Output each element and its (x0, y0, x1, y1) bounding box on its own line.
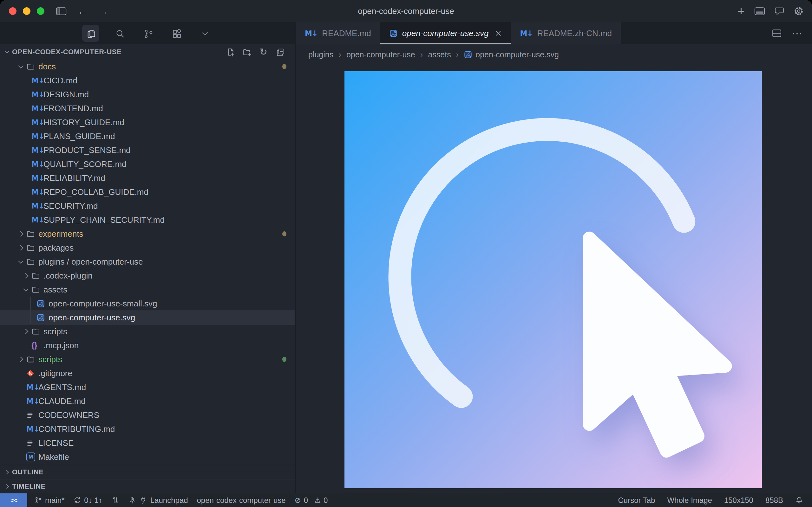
statusbar-launchpad-label: Launchpad (150, 496, 188, 505)
tree-file-makefile[interactable]: MMakefile (0, 450, 295, 464)
statusbar-project-name[interactable]: open-codex-computer-use (197, 496, 286, 505)
more-actions-icon[interactable]: ⋯ (792, 28, 803, 39)
statusbar-problems-warnings-label: 0 (323, 496, 328, 505)
breadcrumb-item-open-computer-use-svg[interactable]: open-computer-use.svg (464, 50, 559, 59)
forward-arrow-icon[interactable]: → (98, 5, 108, 17)
statusbar: ><main*0↓ 1↑Launchpadopen-codex-computer… (0, 493, 812, 507)
activity-extensions-icon[interactable] (168, 25, 185, 42)
chat-icon[interactable] (774, 7, 784, 15)
statusbar-file-size-label: 858B (765, 496, 783, 505)
toolbar-refresh-icon[interactable]: ↻ (259, 47, 267, 57)
tree-file-design-md[interactable]: M↓DESIGN.md (0, 88, 295, 101)
tree-file-security-md[interactable]: M↓SECURITY.md (0, 199, 295, 213)
activity-more-chevron-icon[interactable] (196, 25, 213, 42)
chevron-right-icon (18, 357, 23, 362)
back-arrow-icon[interactable]: ← (78, 5, 88, 17)
tree-file-mcp-json[interactable]: {}.mcp.json (0, 338, 295, 352)
statusbar-image-dimensions[interactable]: 150x150 (724, 496, 753, 505)
markdown-icon: M↓ (305, 29, 317, 38)
tree-folder-experiments[interactable]: experiments (0, 227, 295, 241)
breadcrumb-item-assets[interactable]: assets (428, 50, 451, 59)
tree-file-claude-md[interactable]: M↓CLAUDE.md (0, 394, 295, 408)
section-label: TIMELINE (12, 482, 46, 491)
markdown-icon: M↓ (32, 76, 43, 84)
statusbar-problems-warnings[interactable]: ⚠0 (314, 496, 328, 505)
tree-file-plans-guide-md[interactable]: M↓PLANS_GUIDE.md (0, 129, 295, 143)
image-preview-canvas (296, 65, 812, 493)
tree-file-reliability-md[interactable]: M↓RELIABILITY.md (0, 171, 295, 185)
tab-readme-zh-cn-md[interactable]: M↓README.zh-CN.md (511, 22, 621, 44)
gear-icon[interactable] (794, 6, 804, 16)
split-editor-icon[interactable] (772, 29, 781, 38)
tree-file-supply-chain-security-md[interactable]: M↓SUPPLY_CHAIN_SECURITY.md (0, 213, 295, 227)
tree-file-open-computer-use-small-svg[interactable]: open-computer-use-small.svg (0, 297, 295, 311)
bell-icon (795, 496, 803, 504)
close-icon[interactable] (495, 30, 502, 37)
activity-search-icon[interactable] (111, 25, 128, 42)
tree-folder-codex-plugin[interactable]: .codex-plugin (0, 269, 295, 283)
statusbar-problems-errors[interactable]: ⊘0 (295, 496, 308, 505)
tab-readme-md[interactable]: M↓README.md (296, 22, 380, 44)
tree-item-label: CODEOWNERS (38, 410, 99, 420)
zoom-window-button[interactable] (37, 7, 44, 15)
tree-folder-assets[interactable]: assets (0, 283, 295, 297)
statusbar-cursor-tab[interactable]: Cursor Tab (618, 496, 655, 505)
tree-file-quality-score-md[interactable]: M↓QUALITY_SCORE.md (0, 157, 295, 171)
tree-file-gitignore[interactable]: .gitignore (0, 366, 295, 380)
statusbar-scm-graph[interactable] (111, 496, 119, 504)
tree-folder-scripts[interactable]: scripts (0, 325, 295, 338)
explorer-section-header[interactable]: OPEN-CODEX-COMPUTER-USE ↻ (0, 44, 295, 60)
toggle-sidebar-icon[interactable] (56, 7, 67, 15)
git-status-badge (282, 64, 287, 69)
statusbar-cursor-tab-label: Cursor Tab (618, 496, 655, 505)
tree-file-cicd-md[interactable]: M↓CICD.md (0, 73, 295, 88)
statusbar-git-sync[interactable]: 0↓ 1↑ (73, 496, 102, 505)
statusbar-image-view-mode[interactable]: Whole Image (667, 496, 712, 505)
new-window-plus-icon[interactable]: + (738, 5, 745, 17)
toolbar-new-folder-icon[interactable] (242, 48, 251, 56)
toggle-panel-icon[interactable] (754, 7, 765, 15)
tree-item-label: AGENTS.md (38, 383, 86, 392)
folder-icon (26, 230, 38, 238)
tree-folder-scripts[interactable]: scripts (0, 352, 295, 366)
chevron-right-icon (4, 470, 9, 474)
statusbar-launchpad[interactable]: Launchpad (128, 496, 188, 505)
mbox-icon: M (26, 452, 38, 461)
tab-open-computer-use-svg[interactable]: open-computer-use.svg (380, 22, 511, 44)
tree-file-agents-md[interactable]: M↓AGENTS.md (0, 380, 295, 394)
tree-file-license[interactable]: LICENSE (0, 436, 295, 450)
minimize-window-button[interactable] (23, 7, 31, 15)
tree-file-codeowners[interactable]: CODEOWNERS (0, 408, 295, 422)
sidebar-section-timeline[interactable]: TIMELINE (0, 479, 295, 493)
tree-file-open-computer-use-svg[interactable]: open-computer-use.svg (0, 311, 295, 325)
statusbar-git-branch[interactable]: main* (34, 496, 64, 505)
tree-file-frontend-md[interactable]: M↓FRONTEND.md (0, 101, 295, 115)
sidebar-section-outline[interactable]: OUTLINE (0, 465, 295, 479)
indent-guide (30, 297, 31, 311)
markdown-icon: M↓ (26, 425, 38, 433)
activity-source-control-icon[interactable] (139, 25, 156, 42)
tree-folder-plugins-open-computer-use[interactable]: plugins / open-computer-use (0, 255, 295, 269)
tree-file-product-sense-md[interactable]: M↓PRODUCT_SENSE.md (0, 143, 295, 157)
breadcrumb-item-open-computer-use[interactable]: open-computer-use (346, 50, 415, 59)
statusbar-file-size[interactable]: 858B (765, 496, 783, 505)
tree-item-label: RELIABILITY.md (44, 173, 105, 183)
sidebar-sections: OUTLINETIMELINE (0, 465, 295, 493)
tree-folder-docs[interactable]: docs (0, 60, 295, 73)
statusbar-remote-indicator[interactable]: >< (0, 493, 27, 507)
toolbar-collapse-all-icon[interactable] (275, 48, 285, 56)
tree-file-history-guide-md[interactable]: M↓HISTORY_GUIDE.md (0, 115, 295, 129)
tree-file-contributing-md[interactable]: M↓CONTRIBUTING.md (0, 422, 295, 436)
close-window-button[interactable] (9, 7, 16, 15)
chevron-slot (20, 274, 32, 278)
toolbar-new-file-icon[interactable] (225, 48, 234, 56)
tree-folder-packages[interactable]: packages (0, 241, 295, 255)
statusbar-notifications[interactable] (795, 496, 803, 504)
breadcrumb-item-plugins[interactable]: plugins (308, 50, 334, 59)
project-root-label: OPEN-CODEX-COMPUTER-USE (12, 48, 121, 56)
tree-file-repo-collab-guide-md[interactable]: M↓REPO_COLLAB_GUIDE.md (0, 185, 295, 199)
chevron-slot (14, 260, 26, 264)
list-icon (26, 439, 38, 447)
image-icon (37, 299, 48, 308)
activity-explorer-icon[interactable] (82, 25, 99, 42)
